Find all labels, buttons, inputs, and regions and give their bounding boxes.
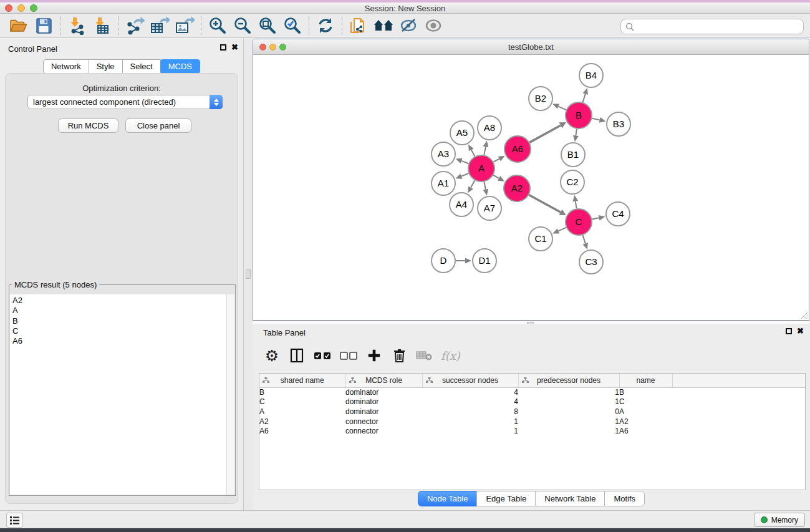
float-panel-icon[interactable] xyxy=(220,44,226,51)
graph-edge[interactable] xyxy=(461,161,468,163)
graph-edge[interactable] xyxy=(558,228,566,231)
close-panel-icon[interactable]: ✖ xyxy=(797,327,804,335)
export-table-icon[interactable] xyxy=(147,15,172,36)
tab-style[interactable]: Style xyxy=(89,59,123,74)
table-header-row[interactable]: shared name MCDS role successor nodes pr… xyxy=(259,374,805,387)
open-file-icon[interactable] xyxy=(6,15,31,36)
memory-button[interactable]: Memory xyxy=(754,513,805,527)
table-row[interactable]: A2connector11A2 xyxy=(259,417,805,427)
clone-network-icon[interactable] xyxy=(346,15,371,36)
import-table-icon[interactable] xyxy=(89,15,114,36)
search-input[interactable] xyxy=(637,19,803,34)
graph-edge[interactable] xyxy=(558,107,566,110)
mcds-result-list[interactable]: A2ABCA6 xyxy=(10,294,234,495)
import-network-icon[interactable] xyxy=(64,15,89,36)
node-table[interactable]: shared name MCDS role successor nodes pr… xyxy=(259,373,806,490)
graph-node-A3[interactable]: A3 xyxy=(432,142,455,166)
network-graph-canvas[interactable]: B4B2BB3A5A8A6B1A3AA1C2A2A4A7C4CC1C3DD1 xyxy=(253,55,809,320)
splitter-collapse-handle[interactable] xyxy=(246,269,251,279)
graph-node-C[interactable]: C xyxy=(566,209,592,235)
table-row[interactable]: Adominator80A xyxy=(259,407,805,417)
graph-edge[interactable] xyxy=(583,235,586,243)
graph-edge[interactable] xyxy=(529,125,561,142)
zoom-selected-icon[interactable] xyxy=(280,15,305,36)
table-row[interactable]: A6connector11A6 xyxy=(259,426,805,436)
graph-node-D1[interactable]: D1 xyxy=(473,249,496,273)
column-header-predecessor-nodes[interactable]: predecessor nodes xyxy=(518,374,619,387)
vertical-splitter[interactable] xyxy=(243,38,253,510)
export-network-icon[interactable] xyxy=(122,15,147,36)
mcds-result-item[interactable]: A2 xyxy=(12,296,234,306)
column-header-mcds-role[interactable]: MCDS role xyxy=(345,374,422,387)
graph-node-C4[interactable]: C4 xyxy=(606,202,630,226)
graph-node-A1[interactable]: A1 xyxy=(432,172,455,195)
show-column-selector-icon[interactable] xyxy=(289,346,305,365)
graph-node-A5[interactable]: A5 xyxy=(450,121,474,145)
delete-column-trash-icon[interactable] xyxy=(391,346,407,365)
column-header-successor-nodes[interactable]: successor nodes xyxy=(422,374,518,387)
graph-edge[interactable] xyxy=(484,147,486,155)
create-new-column-icon[interactable] xyxy=(366,346,382,365)
resize-grip-icon[interactable] xyxy=(800,311,808,319)
delete-table-icon[interactable] xyxy=(416,346,432,365)
graph-node-B[interactable]: B xyxy=(566,102,592,128)
graph-node-A6[interactable]: A6 xyxy=(504,136,531,162)
tab-network-table[interactable]: Network Table xyxy=(535,491,605,506)
graph-node-B2[interactable]: B2 xyxy=(529,87,552,110)
tab-motifs[interactable]: Motifs xyxy=(604,491,645,506)
graph-edge[interactable] xyxy=(471,180,475,188)
graph-node-B3[interactable]: B3 xyxy=(607,112,630,136)
select-all-columns-icon[interactable] xyxy=(314,346,331,365)
search-field[interactable] xyxy=(620,19,804,34)
close-panel-button[interactable]: Close panel xyxy=(125,118,191,133)
tab-edge-table[interactable]: Edge Table xyxy=(476,491,536,506)
graph-edge[interactable] xyxy=(529,195,561,213)
optimization-criterion-dropdown[interactable]: largest connected component (directed) xyxy=(27,95,223,109)
save-session-icon[interactable] xyxy=(31,15,56,36)
zoom-out-icon[interactable] xyxy=(230,15,255,36)
graph-node-C2[interactable]: C2 xyxy=(561,170,584,194)
column-header-shared-name[interactable]: shared name xyxy=(259,374,345,387)
float-panel-icon[interactable] xyxy=(786,328,792,334)
refresh-icon[interactable] xyxy=(313,15,338,36)
table-row[interactable]: Cdominator41C xyxy=(259,397,805,407)
graph-edge[interactable] xyxy=(471,150,475,156)
graph-node-C3[interactable]: C3 xyxy=(579,250,603,274)
close-panel-icon[interactable]: ✖ xyxy=(231,44,238,51)
zoom-fit-icon[interactable] xyxy=(255,15,280,36)
column-header-name[interactable]: name xyxy=(619,374,672,387)
table-row[interactable]: Bdominator41B xyxy=(259,387,805,397)
task-history-button[interactable] xyxy=(6,513,23,528)
graph-edge[interactable] xyxy=(592,218,599,219)
tab-select[interactable]: Select xyxy=(122,59,161,74)
table-settings-gear-icon[interactable]: ⚙ xyxy=(264,346,280,365)
graph-edge[interactable] xyxy=(484,182,485,190)
show-hide-panel-eye-icon[interactable] xyxy=(421,15,446,36)
graphics-details-icon[interactable] xyxy=(396,15,421,36)
mcds-result-item[interactable]: B xyxy=(12,316,234,326)
graph-edge[interactable] xyxy=(493,159,499,162)
export-image-icon[interactable] xyxy=(172,15,197,36)
graph-edge[interactable] xyxy=(461,173,469,177)
graph-node-A7[interactable]: A7 xyxy=(478,196,501,220)
graph-edge[interactable] xyxy=(576,201,577,209)
graph-node-B1[interactable]: B1 xyxy=(561,143,585,167)
function-builder-button[interactable]: f(x) xyxy=(441,346,460,365)
graph-edge[interactable] xyxy=(592,118,599,120)
graph-node-A8[interactable]: A8 xyxy=(478,116,501,140)
mcds-result-item[interactable]: A6 xyxy=(12,336,234,346)
graph-node-A2[interactable]: A2 xyxy=(504,175,530,201)
graph-node-C1[interactable]: C1 xyxy=(529,227,552,251)
mcds-result-item[interactable]: A xyxy=(12,306,234,316)
graph-node-A4[interactable]: A4 xyxy=(450,193,473,216)
tab-mcds[interactable]: MCDS xyxy=(160,59,200,74)
graph-edge[interactable] xyxy=(583,94,586,102)
network-window-titlebar[interactable]: testGlobe.txt xyxy=(253,39,809,55)
zoom-in-icon[interactable] xyxy=(205,15,230,36)
tab-node-table[interactable]: Node Table xyxy=(418,491,478,506)
graph-node-B4[interactable]: B4 xyxy=(579,64,603,87)
unselect-all-columns-icon[interactable] xyxy=(340,346,357,365)
home-layout-icon[interactable] xyxy=(371,15,396,36)
run-mcds-button[interactable]: Run MCDS xyxy=(58,118,118,133)
mcds-result-item[interactable]: C xyxy=(12,326,234,336)
